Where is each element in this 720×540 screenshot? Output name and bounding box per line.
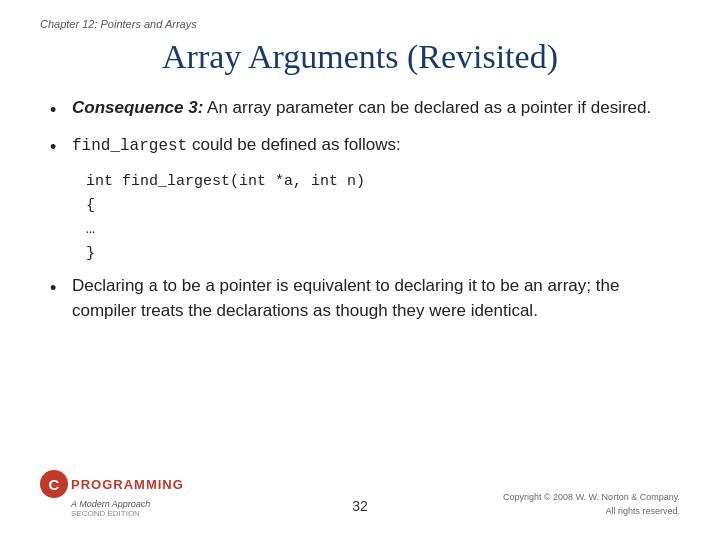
bullet-1-rest: An array parameter can be declared as a … (203, 98, 651, 117)
find-largest-inline: find_largest (72, 137, 187, 155)
code-line-1: int find_largest(int *a, int n) (86, 170, 680, 194)
slide: Chapter 12: Pointers and Arrays Array Ar… (0, 0, 720, 540)
code-line-2: { (86, 194, 680, 218)
code-line-3: … (86, 218, 680, 242)
copyright-line-1: Copyright © 2008 W. W. Norton & Company. (503, 491, 680, 505)
footer-page-number: 32 (352, 498, 368, 514)
bullet-3-declaring: Declaring (72, 276, 149, 295)
logo-text-main: PROGRAMMING (71, 477, 184, 492)
bullet-2-rest: could be defined as follows: (187, 135, 401, 154)
code-block: int find_largest(int *a, int n) { … } (86, 170, 680, 266)
bullet-dot-3: • (50, 275, 72, 301)
bullet-3-text: Declaring a to be a pointer is equivalen… (72, 274, 680, 324)
bullet-dot-1: • (50, 97, 72, 123)
logo-c-circle: C (40, 470, 68, 498)
bullet-2: • find_largest could be defined as follo… (50, 133, 680, 160)
slide-title: Array Arguments (Revisited) (40, 38, 680, 76)
content-area: • Consequence 3: An array parameter can … (40, 96, 680, 324)
bullet-1: • Consequence 3: An array parameter can … (50, 96, 680, 123)
bullet-2-text: find_largest could be defined as follows… (72, 133, 680, 158)
bullet-3: • Declaring a to be a pointer is equival… (50, 274, 680, 324)
logo-top: C PROGRAMMING (40, 470, 184, 498)
logo-subtext: A Modern Approach (71, 499, 150, 509)
logo-edition: SECOND EDITION (71, 509, 140, 518)
var-a: a (149, 278, 159, 296)
consequence-term: Consequence 3: (72, 98, 203, 117)
code-line-4: } (86, 242, 680, 266)
bullet-1-text: Consequence 3: An array parameter can be… (72, 96, 680, 121)
bullet-dot-2: • (50, 134, 72, 160)
chapter-label: Chapter 12: Pointers and Arrays (40, 18, 680, 30)
footer-logo: C PROGRAMMING A Modern Approach SECOND E… (40, 470, 184, 518)
footer-copyright: Copyright © 2008 W. W. Norton & Company.… (503, 491, 680, 518)
copyright-line-2: All rights reserved. (503, 505, 680, 519)
